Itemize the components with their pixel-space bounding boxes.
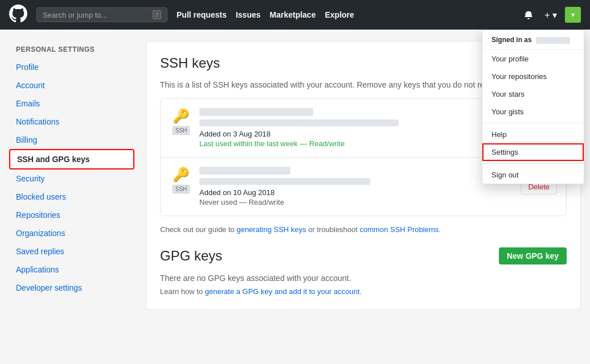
ssh-guide-text: Check out our guide to generating SSH ke… [160, 225, 567, 234]
settings-link[interactable]: Settings [482, 143, 584, 161]
ssh-key-name-blurred-2 [199, 167, 290, 175]
signed-in-as-label: Signed in as [491, 36, 532, 44]
top-navigation: Search or jump to... / Pull requests Iss… [0, 0, 590, 30]
sidebar-item-notifications[interactable]: Notifications [9, 113, 134, 131]
gpg-generate-link[interactable]: generate a GPG key and add it to your ac… [205, 287, 360, 296]
sidebar-heading: Personal settings [9, 41, 134, 58]
sidebar-item-developer-settings[interactable]: Developer settings [9, 279, 134, 297]
search-slash-key: / [153, 10, 161, 19]
ssh-label-1: SSH [173, 126, 190, 135]
ssh-key-fingerprint-blurred-1 [199, 119, 399, 126]
gpg-learn-text: Learn how to generate a GPG key and add … [160, 287, 567, 296]
user-avatar[interactable]: ▾ [565, 7, 581, 23]
gpg-section-header: GPG keys New GPG key [160, 247, 567, 264]
ssh-key-icon-1: 🔑 SSH [170, 108, 192, 135]
search-box[interactable]: Search or jump to... / [36, 7, 167, 22]
gpg-empty-text: There are no GPG keys associated with yo… [160, 274, 567, 283]
ssh-key-fingerprint-blurred-2 [199, 178, 370, 185]
user-dropdown-menu: Signed in as Your profile Your repositor… [482, 30, 584, 184]
gpg-section-title: GPG keys [160, 248, 222, 264]
your-profile-link[interactable]: Your profile [482, 50, 584, 68]
key-dark-icon: 🔑 [173, 167, 190, 183]
ssh-label-2: SSH [173, 185, 190, 193]
pull-requests-link[interactable]: Pull requests [177, 10, 227, 19]
sidebar-item-security[interactable]: Security [9, 169, 134, 188]
sidebar-item-profile[interactable]: Profile [9, 58, 134, 76]
issues-link[interactable]: Issues [236, 10, 261, 19]
ssh-key-name-blurred-1 [199, 108, 313, 116]
sidebar-item-account[interactable]: Account [9, 76, 134, 94]
explore-link[interactable]: Explore [325, 10, 354, 19]
sidebar: Personal settings Profile Account Emails… [9, 41, 134, 310]
your-repositories-link[interactable]: Your repositories [482, 68, 584, 85]
search-placeholder: Search or jump to... [43, 11, 107, 19]
dropdown-divider-2 [482, 163, 584, 164]
nav-links: Pull requests Issues Marketplace Explore [177, 10, 511, 19]
add-new-icon[interactable]: + ▾ [541, 7, 560, 23]
ssh-key-date-2: Added on 10 Aug 2018 [199, 188, 521, 197]
ssh-key-used-2: Never used — Read/write [199, 198, 521, 206]
key-green-icon: 🔑 [173, 108, 190, 124]
nav-right: + ▾ ▾ [521, 7, 581, 23]
generating-ssh-keys-link[interactable]: generating SSH keys [236, 225, 306, 234]
common-ssh-problems-link[interactable]: common SSH Problems [360, 225, 439, 234]
sidebar-item-blocked-users[interactable]: Blocked users [9, 188, 134, 206]
sidebar-item-billing[interactable]: Billing [9, 131, 134, 149]
sign-out-link[interactable]: Sign out [482, 166, 584, 184]
sidebar-item-applications[interactable]: Applications [9, 260, 134, 279]
sidebar-item-saved-replies[interactable]: Saved replies [9, 242, 134, 260]
help-link[interactable]: Help [482, 126, 584, 143]
sidebar-item-emails[interactable]: Emails [9, 94, 134, 113]
sidebar-item-ssh-gpg-keys[interactable]: SSH and GPG keys [9, 149, 134, 169]
new-gpg-key-button[interactable]: New GPG key [499, 247, 567, 264]
your-gists-link[interactable]: Your gists [482, 103, 584, 121]
notifications-bell-icon[interactable] [521, 8, 536, 22]
sidebar-item-repositories[interactable]: Repositories [9, 206, 134, 224]
your-stars-link[interactable]: Your stars [482, 85, 584, 103]
dropdown-divider-1 [482, 123, 584, 123]
ssh-key-info-2: Added on 10 Aug 2018 Never used — Read/w… [192, 167, 521, 206]
ssh-key-icon-2: 🔑 SSH [170, 167, 192, 193]
sidebar-item-organizations[interactable]: Organizations [9, 224, 134, 242]
marketplace-link[interactable]: Marketplace [270, 10, 316, 19]
dropdown-signed-in-header: Signed in as [482, 30, 584, 50]
github-logo[interactable] [9, 5, 27, 25]
